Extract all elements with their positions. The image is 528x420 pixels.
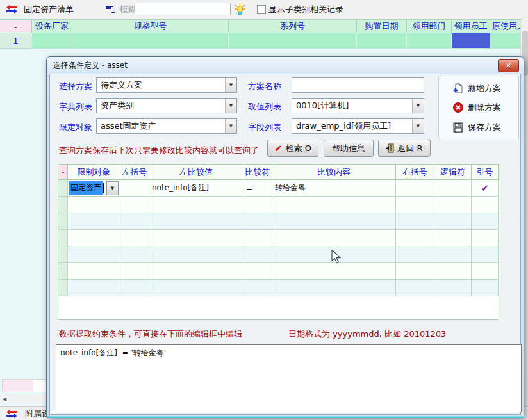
- row-selector-cell[interactable]: [58, 180, 68, 197]
- grid-cell[interactable]: [472, 263, 499, 280]
- row-selector-cell[interactable]: [58, 263, 68, 280]
- grid-cell[interactable]: [272, 197, 396, 213]
- scroll-left-icon[interactable]: ◀: [3, 396, 6, 402]
- table-cell[interactable]: [229, 33, 357, 49]
- grid-cell[interactable]: [472, 230, 499, 246]
- grid-cell[interactable]: [243, 280, 272, 296]
- value-list-dropdown[interactable]: 0010[计算机] ▼: [292, 98, 424, 113]
- grid-cell[interactable]: [120, 230, 149, 246]
- row-number-cell[interactable]: 1: [0, 33, 32, 49]
- new-plan-button[interactable]: 新增方案: [453, 83, 518, 94]
- horizontal-scrollbar[interactable]: ◀: [1, 395, 47, 403]
- chevron-down-icon[interactable]: ▼: [225, 119, 236, 133]
- back-button[interactable]: 返回 R: [378, 140, 431, 157]
- object-cell-combo[interactable]: 固定资产 ▼: [69, 181, 119, 195]
- grid-cell[interactable]: [472, 246, 499, 263]
- chevron-down-icon[interactable]: ▼: [225, 99, 236, 113]
- column-header[interactable]: 领用员工: [452, 19, 490, 33]
- grid-cell[interactable]: [434, 280, 472, 296]
- grid-cell[interactable]: [68, 280, 120, 296]
- grid-cell[interactable]: [68, 213, 120, 230]
- plan-name-input[interactable]: [292, 77, 424, 93]
- grid-cell[interactable]: [120, 280, 149, 296]
- grid-cell[interactable]: [243, 213, 272, 230]
- grid-cell[interactable]: [243, 197, 272, 213]
- column-header[interactable]: 比较符: [243, 165, 272, 180]
- grid-cell[interactable]: [272, 213, 396, 230]
- column-header[interactable]: 引号: [472, 165, 499, 180]
- column-header[interactable]: 比较内容: [272, 165, 396, 180]
- grid-cell[interactable]: [120, 213, 149, 230]
- selected-cell[interactable]: [452, 33, 490, 49]
- operator-cell[interactable]: =: [243, 180, 272, 197]
- grid-cell[interactable]: [272, 280, 396, 296]
- grid-cell[interactable]: [120, 263, 149, 280]
- table-cell[interactable]: [407, 33, 452, 49]
- grid-cell[interactable]: [120, 197, 149, 213]
- dict-list-dropdown[interactable]: 资产类别 ▼: [96, 98, 237, 113]
- grid-cell[interactable]: [434, 263, 472, 280]
- grid-cell[interactable]: [68, 230, 120, 246]
- content-cell[interactable]: 转给金粤: [272, 180, 396, 197]
- grid-cell[interactable]: [434, 213, 472, 230]
- logic-cell[interactable]: [434, 180, 472, 197]
- grid-cell[interactable]: [68, 246, 120, 263]
- right-bracket-cell[interactable]: [396, 180, 434, 197]
- grid-cell[interactable]: [396, 280, 434, 296]
- grid-cell[interactable]: [149, 263, 243, 280]
- grid-cell[interactable]: [149, 246, 243, 263]
- grid-cell[interactable]: [434, 246, 472, 263]
- chevron-down-icon[interactable]: ▼: [106, 181, 119, 195]
- left-value-cell[interactable]: note_info[备注]: [149, 180, 243, 197]
- column-header[interactable]: 限制对象: [68, 165, 120, 180]
- grid-cell[interactable]: [120, 246, 149, 263]
- row-selector-cell[interactable]: [58, 197, 68, 213]
- grid-cell[interactable]: [149, 197, 243, 213]
- search-button[interactable]: ✔ 检索 O: [267, 140, 318, 157]
- lamp-icon[interactable]: [235, 3, 245, 15]
- column-header[interactable]: 逻辑符: [434, 165, 472, 180]
- grid-cell[interactable]: [396, 213, 434, 230]
- column-header[interactable]: 左括号: [120, 165, 149, 180]
- chevron-down-icon[interactable]: ▼: [412, 119, 424, 133]
- grid-cell[interactable]: [396, 230, 434, 246]
- row-selector-cell[interactable]: [58, 246, 68, 263]
- grid-cell[interactable]: [68, 263, 120, 280]
- condition-editor[interactable]: note_info[备注] = '转给金粤': [56, 344, 522, 412]
- row-selector-cell[interactable]: [58, 230, 68, 246]
- close-button[interactable]: ✕: [498, 59, 519, 72]
- row-selector-cell[interactable]: [58, 213, 68, 230]
- object-cell[interactable]: 固定资产 ▼: [68, 180, 120, 197]
- column-header[interactable]: 系列号: [229, 19, 357, 33]
- delete-plan-button[interactable]: 删除方案: [453, 102, 518, 113]
- grid-cell[interactable]: [243, 263, 272, 280]
- grid-cell[interactable]: [472, 213, 499, 230]
- save-plan-button[interactable]: 保存方案: [453, 122, 518, 133]
- grid-cell[interactable]: [272, 263, 396, 280]
- grid-cell[interactable]: [396, 246, 434, 263]
- row-selector-cell[interactable]: [58, 280, 68, 296]
- object-dropdown[interactable]: asset固定资产 ▼: [96, 118, 237, 134]
- grid-cell[interactable]: [272, 230, 396, 246]
- column-header[interactable]: 设备厂家: [32, 19, 72, 33]
- grid-cell[interactable]: [243, 230, 272, 246]
- show-subcategory-checkbox[interactable]: [257, 5, 266, 14]
- grid-cell[interactable]: [472, 280, 499, 296]
- column-header[interactable]: 右括号: [396, 165, 434, 180]
- fuzzy-search-input[interactable]: [135, 3, 231, 15]
- column-header[interactable]: 购置日期: [357, 19, 407, 33]
- grid-cell[interactable]: [434, 197, 472, 213]
- column-header[interactable]: 领用部门: [407, 19, 452, 33]
- grid-cell[interactable]: [68, 197, 120, 213]
- field-list-dropdown[interactable]: draw_emp_id[领用员工] ▼: [292, 118, 424, 134]
- grid-cell[interactable]: [243, 246, 272, 263]
- grid-cell[interactable]: [434, 230, 472, 246]
- help-button[interactable]: 帮助信息: [324, 140, 374, 157]
- left-bracket-cell[interactable]: [120, 180, 149, 197]
- column-header[interactable]: 规格型号: [72, 19, 229, 33]
- grid-cell[interactable]: [396, 263, 434, 280]
- table-cell[interactable]: [357, 33, 407, 49]
- column-header[interactable]: 左比较值: [149, 165, 243, 180]
- chevron-down-icon[interactable]: ▼: [225, 78, 236, 92]
- column-header[interactable]: -: [0, 19, 32, 33]
